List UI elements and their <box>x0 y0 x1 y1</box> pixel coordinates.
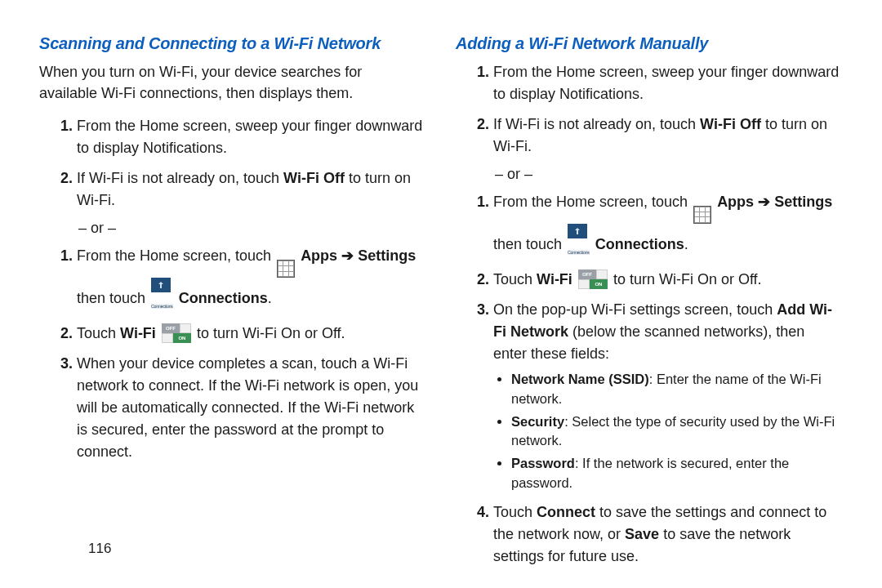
field-bullets: Network Name (SSID): Enter the name of t… <box>493 370 840 494</box>
step: When your device completes a scan, touch… <box>77 353 423 463</box>
apps-grid-icon <box>693 196 711 224</box>
or-divider: – or – <box>456 166 840 183</box>
bold: Apps <box>301 247 337 264</box>
step: Touch Wi-Fi OFF ON to turn Wi-Fi On or O… <box>77 323 423 345</box>
or-divider: – or – <box>39 220 423 237</box>
bold: Apps <box>717 194 754 210</box>
connections-icon: Connections <box>151 278 173 314</box>
toggle-off-label: OFF <box>578 270 596 279</box>
intro-text: When you turn on Wi-Fi, your device sear… <box>39 61 423 104</box>
page-number: 116 <box>88 541 111 557</box>
step: From the Home screen, sweep your finger … <box>493 61 840 105</box>
arrow-icon: ➔ <box>341 247 354 264</box>
connections-icon: Connections <box>568 224 590 261</box>
text: On the pop-up Wi-Fi settings screen, tou… <box>493 301 777 318</box>
step: If Wi-Fi is not already on, touch Wi-Fi … <box>493 114 840 158</box>
text: . <box>268 290 272 306</box>
connections-icon-label: Connections <box>151 304 173 309</box>
toggle-on-label: ON <box>173 333 191 343</box>
step: From the Home screen, touch Apps ➔ Setti… <box>77 245 423 314</box>
bold: Settings <box>774 194 832 210</box>
bullet: Network Name (SSID): Enter the name of t… <box>511 370 840 409</box>
step: Touch Connect to save the settings and c… <box>493 501 840 568</box>
text: Touch <box>493 504 537 520</box>
step: If Wi-Fi is not already on, touch Wi-Fi … <box>77 167 423 212</box>
right-steps-b: From the Home screen, touch Apps ➔ Setti… <box>456 191 840 568</box>
bold: Wi-Fi <box>120 325 156 341</box>
left-steps-a: From the Home screen, sweep your finger … <box>39 115 423 212</box>
bold: Connect <box>537 504 595 520</box>
toggle-on-label: ON <box>590 279 608 289</box>
text: Touch <box>493 271 537 287</box>
heading-adding: Adding a Wi-Fi Network Manually <box>456 34 840 53</box>
toggle-off-label: OFF <box>162 323 180 333</box>
bullet: Password: If the network is secured, ent… <box>511 454 840 493</box>
wifi-toggle-icon: OFF ON <box>162 323 191 343</box>
wifi-toggle-icon: OFF ON <box>578 270 608 289</box>
bold: Password <box>511 456 575 470</box>
bullet: Security: Select the type of security us… <box>511 412 840 452</box>
text: From the Home screen, touch <box>77 247 275 264</box>
bold: Wi-Fi Off <box>283 170 345 186</box>
text: Touch <box>77 325 120 341</box>
step: From the Home screen, sweep your finger … <box>77 115 423 159</box>
bold: Connections <box>595 236 684 252</box>
bold: Wi-Fi Off <box>700 116 761 132</box>
text: then touch <box>493 236 566 252</box>
arrow-icon: ➔ <box>758 194 770 210</box>
bold: Wi-Fi <box>537 271 572 287</box>
step: From the Home screen, touch Apps ➔ Setti… <box>493 191 840 261</box>
bold: Network Name (SSID) <box>511 372 649 386</box>
apps-grid-icon <box>277 250 295 278</box>
page: Scanning and Connecting to a Wi-Fi Netwo… <box>0 0 882 576</box>
text: to turn Wi-Fi On or Off. <box>197 325 345 341</box>
right-column: Adding a Wi-Fi Network Manually From the… <box>439 34 840 576</box>
step: Touch Wi-Fi OFF ON to turn Wi-Fi On or O… <box>493 269 840 291</box>
bold: Settings <box>358 247 416 264</box>
heading-scanning: Scanning and Connecting to a Wi-Fi Netwo… <box>39 34 423 53</box>
connections-icon-label: Connections <box>568 250 590 255</box>
left-steps-b: From the Home screen, touch Apps ➔ Setti… <box>39 245 423 463</box>
text: then touch <box>77 290 149 306</box>
text: . <box>684 236 688 252</box>
bold: Save <box>625 526 659 542</box>
left-column: Scanning and Connecting to a Wi-Fi Netwo… <box>39 34 439 576</box>
bold: Connections <box>179 290 268 306</box>
step: On the pop-up Wi-Fi settings screen, tou… <box>493 299 840 494</box>
right-steps-a: From the Home screen, sweep your finger … <box>456 61 840 158</box>
text: If Wi-Fi is not already on, touch <box>77 170 283 186</box>
text: to turn Wi-Fi On or Off. <box>613 271 762 287</box>
bold: Security <box>511 414 564 429</box>
text: If Wi-Fi is not already on, touch <box>493 116 700 132</box>
text: From the Home screen, touch <box>493 194 692 210</box>
